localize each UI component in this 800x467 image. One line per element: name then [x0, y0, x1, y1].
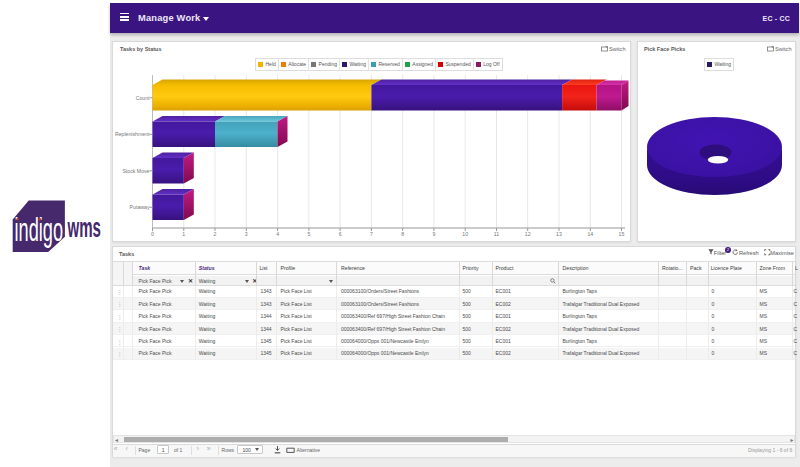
svg-text:8: 8	[401, 231, 404, 237]
svg-text:15: 15	[619, 231, 625, 237]
svg-text:wms: wms	[67, 212, 101, 243]
svg-text:Replenishment: Replenishment	[115, 131, 150, 137]
svg-text:10: 10	[462, 231, 468, 237]
svg-text:3: 3	[245, 231, 248, 237]
svg-text:13: 13	[556, 231, 562, 237]
svg-text:0: 0	[151, 231, 154, 237]
svg-text:Stock Move: Stock Move	[122, 168, 149, 174]
svg-text:Count: Count	[136, 95, 150, 101]
svg-text:14: 14	[587, 231, 593, 237]
svg-text:4: 4	[276, 231, 279, 237]
svg-text:Putaway: Putaway	[130, 204, 150, 210]
svg-text:12: 12	[525, 231, 531, 237]
svg-text:9: 9	[432, 231, 435, 237]
svg-text:11: 11	[494, 231, 499, 237]
svg-text:5: 5	[307, 231, 310, 237]
svg-text:6: 6	[339, 231, 342, 237]
svg-text:indigo: indigo	[15, 211, 64, 248]
svg-text:2: 2	[214, 231, 217, 237]
svg-text:1: 1	[182, 231, 185, 237]
svg-text:7: 7	[370, 231, 373, 237]
